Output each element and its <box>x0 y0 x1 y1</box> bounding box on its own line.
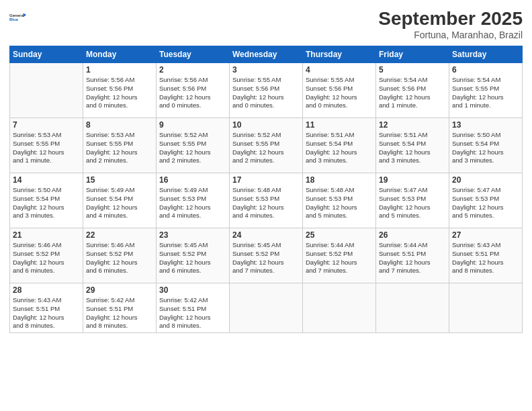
calendar-row-5: 28Sunrise: 5:43 AM Sunset: 5:51 PM Dayli… <box>10 283 523 333</box>
logo: GeneralBlue <box>9 8 28 27</box>
day-number: 6 <box>452 65 519 75</box>
day-info: Sunrise: 5:44 AM Sunset: 5:51 PM Dayligh… <box>379 241 446 275</box>
day-info: Sunrise: 5:43 AM Sunset: 5:51 PM Dayligh… <box>452 241 519 275</box>
calendar-cell: 15Sunrise: 5:49 AM Sunset: 5:54 PM Dayli… <box>83 173 157 228</box>
day-info: Sunrise: 5:46 AM Sunset: 5:52 PM Dayligh… <box>13 241 80 275</box>
col-friday: Friday <box>376 46 449 63</box>
col-wednesday: Wednesday <box>230 46 303 63</box>
calendar-cell <box>449 283 523 333</box>
calendar-cell: 8Sunrise: 5:53 AM Sunset: 5:55 PM Daylig… <box>83 118 157 173</box>
day-number: 19 <box>379 175 446 185</box>
day-info: Sunrise: 5:42 AM Sunset: 5:51 PM Dayligh… <box>159 296 226 330</box>
day-info: Sunrise: 5:53 AM Sunset: 5:55 PM Dayligh… <box>13 131 80 165</box>
day-number: 15 <box>86 175 153 185</box>
calendar-cell: 16Sunrise: 5:49 AM Sunset: 5:53 PM Dayli… <box>157 173 230 228</box>
calendar-cell: 14Sunrise: 5:50 AM Sunset: 5:54 PM Dayli… <box>10 173 83 228</box>
day-info: Sunrise: 5:55 AM Sunset: 5:56 PM Dayligh… <box>306 76 373 110</box>
header-row: Sunday Monday Tuesday Wednesday Thursday… <box>10 46 523 63</box>
calendar-cell: 6Sunrise: 5:54 AM Sunset: 5:55 PM Daylig… <box>449 63 523 118</box>
calendar-cell: 10Sunrise: 5:52 AM Sunset: 5:55 PM Dayli… <box>230 118 303 173</box>
day-number: 3 <box>232 65 300 75</box>
day-info: Sunrise: 5:47 AM Sunset: 5:53 PM Dayligh… <box>379 186 446 220</box>
calendar-row-2: 7Sunrise: 5:53 AM Sunset: 5:55 PM Daylig… <box>10 118 523 173</box>
calendar-cell: 28Sunrise: 5:43 AM Sunset: 5:51 PM Dayli… <box>10 283 83 333</box>
page: GeneralBlue September 2025 Fortuna, Mara… <box>0 0 532 411</box>
calendar-cell: 4Sunrise: 5:55 AM Sunset: 5:56 PM Daylig… <box>303 63 376 118</box>
calendar-cell: 30Sunrise: 5:42 AM Sunset: 5:51 PM Dayli… <box>157 283 230 333</box>
col-tuesday: Tuesday <box>157 46 230 63</box>
calendar-cell: 29Sunrise: 5:42 AM Sunset: 5:51 PM Dayli… <box>83 283 157 333</box>
calendar-cell: 1Sunrise: 5:56 AM Sunset: 5:56 PM Daylig… <box>83 63 157 118</box>
day-info: Sunrise: 5:48 AM Sunset: 5:53 PM Dayligh… <box>306 186 373 220</box>
day-number: 20 <box>452 175 519 185</box>
day-number: 21 <box>13 230 80 240</box>
day-number: 22 <box>86 230 153 240</box>
day-number: 12 <box>379 120 446 130</box>
svg-text:Blue: Blue <box>9 17 19 21</box>
calendar-cell: 5Sunrise: 5:54 AM Sunset: 5:56 PM Daylig… <box>376 63 449 118</box>
day-info: Sunrise: 5:53 AM Sunset: 5:55 PM Dayligh… <box>86 131 153 165</box>
day-info: Sunrise: 5:54 AM Sunset: 5:56 PM Dayligh… <box>379 76 446 110</box>
calendar-cell: 23Sunrise: 5:45 AM Sunset: 5:52 PM Dayli… <box>157 228 230 283</box>
day-info: Sunrise: 5:45 AM Sunset: 5:52 PM Dayligh… <box>232 241 300 275</box>
day-info: Sunrise: 5:49 AM Sunset: 5:54 PM Dayligh… <box>86 186 153 220</box>
calendar-cell: 18Sunrise: 5:48 AM Sunset: 5:53 PM Dayli… <box>303 173 376 228</box>
day-number: 26 <box>379 230 446 240</box>
day-number: 30 <box>159 285 226 295</box>
calendar-cell: 20Sunrise: 5:47 AM Sunset: 5:53 PM Dayli… <box>449 173 523 228</box>
calendar-cell: 3Sunrise: 5:55 AM Sunset: 5:56 PM Daylig… <box>230 63 303 118</box>
day-info: Sunrise: 5:55 AM Sunset: 5:56 PM Dayligh… <box>232 76 300 110</box>
day-number: 23 <box>159 230 226 240</box>
calendar-cell <box>376 283 449 333</box>
day-number: 13 <box>452 120 519 130</box>
col-sunday: Sunday <box>10 46 83 63</box>
day-number: 11 <box>306 120 373 130</box>
logo-icon: GeneralBlue <box>9 8 28 27</box>
calendar-cell <box>10 63 83 118</box>
day-number: 4 <box>306 65 373 75</box>
calendar-cell: 13Sunrise: 5:50 AM Sunset: 5:54 PM Dayli… <box>449 118 523 173</box>
day-number: 10 <box>232 120 300 130</box>
col-thursday: Thursday <box>303 46 376 63</box>
svg-text:General: General <box>9 13 25 17</box>
calendar-cell <box>303 283 376 333</box>
day-info: Sunrise: 5:42 AM Sunset: 5:51 PM Dayligh… <box>86 296 153 330</box>
day-info: Sunrise: 5:52 AM Sunset: 5:55 PM Dayligh… <box>232 131 300 165</box>
day-number: 18 <box>306 175 373 185</box>
day-info: Sunrise: 5:52 AM Sunset: 5:55 PM Dayligh… <box>159 131 226 165</box>
day-number: 28 <box>13 285 80 295</box>
calendar-cell: 21Sunrise: 5:46 AM Sunset: 5:52 PM Dayli… <box>10 228 83 283</box>
day-number: 8 <box>86 120 153 130</box>
day-info: Sunrise: 5:49 AM Sunset: 5:53 PM Dayligh… <box>159 186 226 220</box>
day-number: 29 <box>86 285 153 295</box>
day-info: Sunrise: 5:47 AM Sunset: 5:53 PM Dayligh… <box>452 186 519 220</box>
day-info: Sunrise: 5:56 AM Sunset: 5:56 PM Dayligh… <box>159 76 226 110</box>
calendar-cell: 25Sunrise: 5:44 AM Sunset: 5:52 PM Dayli… <box>303 228 376 283</box>
day-number: 2 <box>159 65 226 75</box>
calendar-cell: 17Sunrise: 5:48 AM Sunset: 5:53 PM Dayli… <box>230 173 303 228</box>
day-number: 5 <box>379 65 446 75</box>
day-info: Sunrise: 5:43 AM Sunset: 5:51 PM Dayligh… <box>13 296 80 330</box>
day-info: Sunrise: 5:45 AM Sunset: 5:52 PM Dayligh… <box>159 241 226 275</box>
day-info: Sunrise: 5:54 AM Sunset: 5:55 PM Dayligh… <box>452 76 519 110</box>
calendar-cell: 9Sunrise: 5:52 AM Sunset: 5:55 PM Daylig… <box>157 118 230 173</box>
calendar-title: September 2025 <box>378 8 523 30</box>
day-number: 7 <box>13 120 80 130</box>
calendar-row-4: 21Sunrise: 5:46 AM Sunset: 5:52 PM Dayli… <box>10 228 523 283</box>
svg-marker-1 <box>24 13 27 17</box>
calendar-row-1: 1Sunrise: 5:56 AM Sunset: 5:56 PM Daylig… <box>10 63 523 118</box>
calendar-cell: 19Sunrise: 5:47 AM Sunset: 5:53 PM Dayli… <box>376 173 449 228</box>
col-saturday: Saturday <box>449 46 523 63</box>
calendar-subtitle: Fortuna, Maranhao, Brazil <box>378 30 523 40</box>
calendar-cell: 24Sunrise: 5:45 AM Sunset: 5:52 PM Dayli… <box>230 228 303 283</box>
calendar-row-3: 14Sunrise: 5:50 AM Sunset: 5:54 PM Dayli… <box>10 173 523 228</box>
day-number: 1 <box>86 65 153 75</box>
day-info: Sunrise: 5:50 AM Sunset: 5:54 PM Dayligh… <box>13 186 80 220</box>
day-number: 16 <box>159 175 226 185</box>
calendar-cell: 12Sunrise: 5:51 AM Sunset: 5:54 PM Dayli… <box>376 118 449 173</box>
day-info: Sunrise: 5:44 AM Sunset: 5:52 PM Dayligh… <box>306 241 373 275</box>
day-info: Sunrise: 5:50 AM Sunset: 5:54 PM Dayligh… <box>452 131 519 165</box>
day-number: 17 <box>232 175 300 185</box>
header: GeneralBlue September 2025 Fortuna, Mara… <box>9 8 523 40</box>
day-number: 25 <box>306 230 373 240</box>
